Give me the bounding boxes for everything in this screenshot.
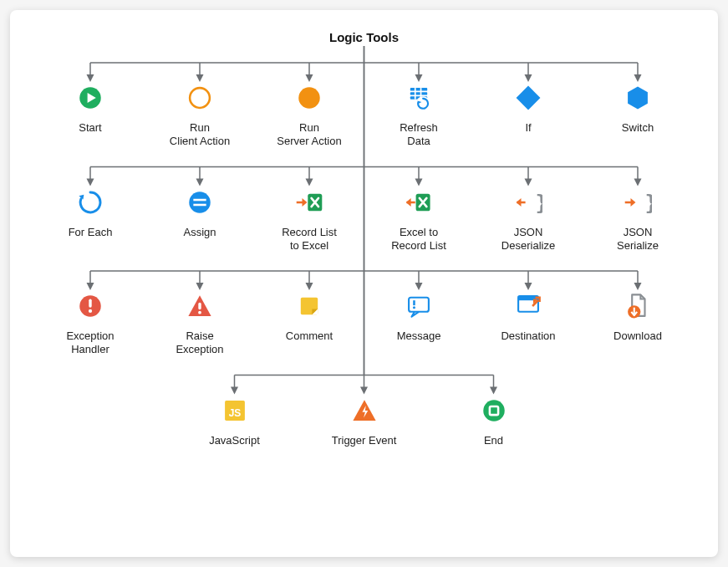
record-list-to-excel-icon [294,187,324,217]
refresh-data-icon [404,83,434,113]
tool-end[interactable]: End [431,396,557,447]
for-each-icon [75,187,105,217]
svg-point-31 [190,88,210,108]
tool-comment[interactable]: Comment [262,291,356,357]
rows-container: Start Run Client Action Run Server Actio… [43,83,685,447]
exception-handler-icon [75,291,105,321]
start-icon [75,83,105,113]
if-icon [513,83,543,113]
svg-rect-55 [413,300,415,305]
run-client-action-icon [185,83,215,113]
svg-point-52 [198,311,201,314]
tool-trigger-event[interactable]: Trigger Event [302,396,427,447]
comment-icon [294,291,324,321]
tool-download[interactable]: Download [591,291,685,357]
tool-label: Exception Handler [66,329,114,357]
tool-label: Refresh Data [400,121,438,149]
tool-label: End [484,434,503,447]
tool-row-3: JS JavaScript Trigger Event End [172,396,557,447]
javascript-icon: JS [220,396,250,426]
tool-label: Download [613,329,662,343]
tool-switch[interactable]: Switch [591,83,685,149]
tool-javascript[interactable]: JS JavaScript [172,396,298,447]
svg-point-50 [89,309,92,313]
svg-rect-42 [193,198,206,201]
svg-rect-36 [415,88,416,100]
svg-marker-40 [628,86,648,109]
svg-rect-54 [409,298,429,312]
tool-label: Trigger Event [332,434,397,447]
tool-json-serialize[interactable]: } JSON Serialize [591,187,685,253]
tool-run-client-action[interactable]: Run Client Action [153,83,247,149]
tool-row-1: For Each Assign Record List to Excel Exc… [43,187,685,253]
message-icon [404,291,434,321]
assign-icon [185,187,215,217]
tool-label: Switch [622,121,654,135]
svg-rect-39 [517,86,541,110]
tool-row-0: Start Run Client Action Run Server Actio… [43,83,685,149]
tool-label: JavaScript [209,434,260,447]
svg-text:JS: JS [228,406,241,418]
json-serialize-icon: } [623,187,653,217]
svg-text:}: } [536,189,543,214]
tool-refresh-data[interactable]: Refresh Data [372,83,466,149]
svg-rect-34 [410,92,427,94]
svg-rect-43 [193,203,206,206]
tool-excel-to-record-list[interactable]: Excel to Record List [372,187,466,253]
tool-for-each[interactable]: For Each [43,187,137,253]
svg-rect-33 [410,88,427,90]
tool-raise-exception[interactable]: Raise Exception [153,291,247,357]
tool-label: Run Server Action [277,121,341,149]
tool-label: Assign [183,226,216,239]
svg-point-56 [413,306,415,309]
tool-json-deserialize[interactable]: } JSON Deserialize [481,187,575,253]
trigger-event-icon [349,396,379,426]
run-server-action-icon [294,83,324,113]
raise-exception-icon [185,291,215,321]
tool-exception-handler[interactable]: Exception Handler [43,291,137,357]
destination-icon [513,291,543,321]
tool-label: Comment [286,329,333,343]
tool-assign[interactable]: Assign [153,187,247,253]
tool-label: Record List to Excel [282,226,337,253]
svg-rect-49 [89,299,91,308]
tool-start[interactable]: Start [43,83,137,149]
tool-label: Raise Exception [176,329,223,357]
svg-text:}: } [645,189,653,214]
tool-label: Message [397,329,441,343]
svg-point-41 [189,192,211,213]
tool-label: Destination [501,329,555,343]
json-deserialize-icon: } [513,187,543,217]
switch-icon [623,83,653,113]
tool-label: For Each [69,226,113,239]
tool-label: Excel to Record List [391,226,446,253]
tool-label: JSON Deserialize [501,226,555,253]
tool-record-list-to-excel[interactable]: Record List to Excel [262,187,356,253]
svg-point-32 [298,87,320,109]
tool-label: Start [79,121,101,135]
tool-label: JSON Serialize [617,226,659,253]
svg-point-62 [483,400,505,421]
tool-label: If [525,121,531,135]
tool-label: Run Client Action [170,121,230,149]
tool-destination[interactable]: Destination [481,291,575,357]
svg-rect-51 [198,303,201,310]
tool-run-server-action[interactable]: Run Server Action [262,83,356,149]
download-icon [623,291,653,321]
tool-row-2: Exception Handler Raise Exception Commen… [43,291,685,357]
tool-if[interactable]: If [481,83,575,149]
end-icon [479,396,509,426]
tool-message[interactable]: Message [372,291,466,357]
diagram-card: Logic Tools Start Run Client Action Run … [10,10,718,557]
page-title: Logic Tools [43,30,685,44]
excel-to-record-list-icon [404,187,434,217]
